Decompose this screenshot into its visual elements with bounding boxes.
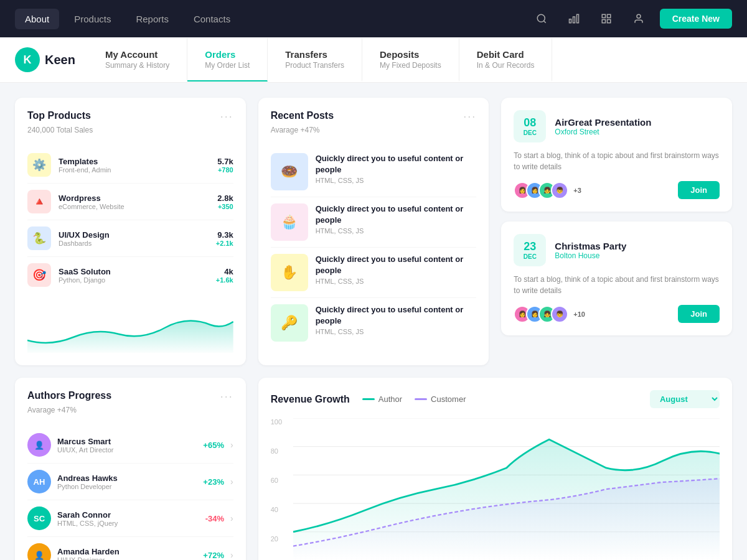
authors-progress-card: Authors Progress ··· Avarage +47% 👤 Marc… (15, 378, 246, 560)
product-icon: 🎯 (27, 263, 51, 287)
top-products-header: Top Products ··· (27, 110, 233, 123)
author-change: +23% (203, 477, 224, 487)
post-thumbnail: 🍩 (271, 153, 308, 190)
event-2-month: DEC (524, 253, 537, 260)
event-2-join-button[interactable]: Join (678, 305, 720, 323)
product-count: 2.8k (217, 194, 233, 203)
author-info: Andreas Hawks Python Developer (57, 474, 197, 490)
post-thumbnail: 🔑 (271, 304, 308, 342)
y-label-80: 80 (271, 447, 282, 455)
author-info: Sarah Connor HTML, CSS, jQuery (57, 510, 199, 527)
post-row: 🍩 Quickly direct you to useful content o… (271, 147, 477, 197)
author-info: Amanda Harden UI/UX Designer (57, 547, 197, 561)
event-1-join-button[interactable]: Join (678, 181, 720, 199)
author-role: HTML, CSS, jQuery (57, 520, 199, 527)
authors-menu[interactable]: ··· (220, 390, 233, 403)
author-role: Python Developer (57, 483, 197, 490)
recent-posts-subtitle: Avarage +47% (271, 126, 477, 134)
search-icon[interactable] (530, 7, 553, 30)
svg-rect-2 (573, 17, 575, 23)
author-name: Amanda Harden (57, 547, 197, 556)
event-2: 23 DEC Christmas Party Bolton House To s… (501, 222, 732, 335)
main-content: Top Products ··· 240,000 Total Sales ⚙️ … (0, 83, 747, 560)
create-new-button[interactable]: Create New (660, 9, 732, 29)
post-title: Quickly direct you to useful content or … (316, 254, 477, 276)
svg-rect-5 (607, 14, 610, 17)
tab-my-account-label: My Account (105, 49, 169, 60)
y-label-40: 40 (271, 506, 282, 513)
product-stats: 9.3k +2.1k (216, 230, 233, 247)
svg-point-0 (537, 14, 545, 22)
tab-transfers[interactable]: Transfers Product Transfers (268, 38, 362, 82)
svg-point-8 (637, 14, 641, 18)
author-arrow-icon[interactable]: › (230, 477, 233, 487)
authors-header: Authors Progress ··· (27, 390, 233, 403)
legend-author: Author (362, 394, 402, 404)
event-1-month: DEC (524, 129, 537, 136)
product-info: SaaS Soluton Python, Django (59, 267, 216, 284)
customer-legend-dot (415, 398, 427, 400)
nav-products[interactable]: Products (64, 9, 121, 29)
event-2-avatar-count: +10 (573, 310, 585, 318)
month-selector[interactable]: August September October (650, 390, 720, 408)
svg-rect-1 (576, 14, 578, 23)
y-label-20: 20 (271, 535, 282, 543)
recent-posts-menu[interactable]: ··· (463, 110, 476, 123)
posts-list: 🍩 Quickly direct you to useful content o… (271, 147, 477, 348)
nav-contacts[interactable]: Contacts (184, 9, 240, 29)
user-icon[interactable] (627, 7, 650, 30)
author-avatar: 👤 (27, 543, 51, 560)
product-change: +350 (217, 203, 233, 210)
authors-list: 👤 Marcus Smart UI/UX, Art Director +65% … (27, 427, 233, 560)
product-icon: ⚙️ (27, 153, 51, 177)
product-change: +2.1k (216, 240, 233, 247)
product-name: UI/UX Design (59, 230, 216, 240)
event-1-footer: 👩 👩 👧 👦 +3 Join (514, 181, 720, 199)
tab-debit-card[interactable]: Debit Card In & Our Records (459, 38, 553, 82)
product-change: +780 (217, 166, 233, 174)
authors-title: Authors Progress (27, 390, 111, 401)
wave-chart (27, 303, 233, 353)
top-products-menu[interactable]: ··· (220, 110, 233, 123)
svg-rect-3 (569, 19, 571, 23)
author-avatar: SC (27, 506, 51, 530)
event-1-desc: To start a blog, think of a topic about … (514, 150, 720, 172)
nav-about[interactable]: About (15, 9, 59, 29)
post-title: Quickly direct you to useful content or … (316, 304, 477, 327)
post-tags: HTML, CSS, JS (316, 278, 477, 285)
product-row: ⚙️ Templates Front-end, Admin 5.7k +780 (27, 147, 233, 184)
nav-left: About Products Reports Contacts (15, 9, 240, 29)
product-stats: 5.7k +780 (217, 157, 233, 174)
legend-customer: Customer (415, 394, 466, 404)
product-info: UI/UX Design Dashbards (59, 230, 216, 247)
sub-nav-items: My Account Summary & History Orders My O… (105, 38, 732, 82)
author-avatar: 👤 (27, 433, 51, 457)
product-name: Wordpress (59, 194, 217, 203)
product-count: 9.3k (216, 230, 233, 240)
author-arrow-icon[interactable]: › (230, 550, 233, 560)
chart-icon[interactable] (563, 7, 585, 30)
tab-orders[interactable]: Orders My Order List (187, 38, 268, 82)
product-info: Templates Front-end, Admin (59, 157, 217, 174)
grid-icon[interactable] (595, 7, 618, 30)
event-1-day: 08 (524, 116, 536, 129)
tab-deposits[interactable]: Deposits My Fixed Deposits (362, 38, 459, 82)
nav-reports[interactable]: Reports (126, 9, 179, 29)
event-2-footer: 👩 👩 👧 👦 +10 Join (514, 305, 720, 323)
product-stats: 4k +1.6k (216, 267, 233, 284)
avatar: 👦 (551, 182, 568, 199)
product-name: SaaS Soluton (59, 267, 216, 276)
author-arrow-icon[interactable]: › (230, 513, 233, 523)
legend-customer-label: Customer (431, 394, 466, 404)
tab-my-account[interactable]: My Account Summary & History (105, 38, 187, 82)
product-tags: Python, Django (59, 276, 216, 284)
revenue-title: Revenue Growth (271, 394, 350, 405)
author-legend-dot (362, 398, 375, 400)
revenue-chart: 100 80 60 40 20 (271, 418, 720, 555)
post-thumbnail: ✋ (271, 254, 308, 291)
post-tags: HTML, CSS, JS (316, 227, 477, 235)
author-role: UI/UX Designer (57, 556, 197, 561)
author-avatar: AH (27, 470, 51, 493)
author-arrow-icon[interactable]: › (230, 440, 233, 450)
product-tags: Front-end, Admin (59, 166, 217, 174)
